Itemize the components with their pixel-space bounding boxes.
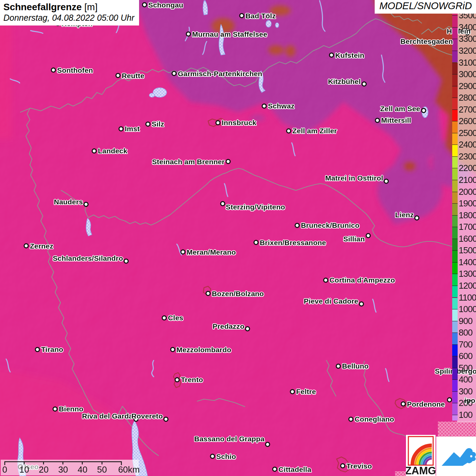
scale-bar: 0102030405060km bbox=[1, 460, 139, 475]
snowgrid-mountain-icon bbox=[436, 437, 476, 476]
model-label: MODEL/SNOWGRiD bbox=[375, 0, 476, 14]
scale-tick-label: 20 bbox=[39, 464, 49, 475]
map-datetime: Donnerstag, 04.08.2022 05:00 Uhr bbox=[3, 13, 134, 23]
scale-tick-label: 10 bbox=[19, 464, 29, 475]
scale-tick-label: 30 bbox=[58, 464, 68, 475]
terrain-hillshade bbox=[0, 0, 476, 476]
scale-tick-label: 50 bbox=[97, 464, 107, 475]
colorbar-label-backdrop bbox=[457, 10, 476, 422]
zamg-rainbow-icon: ZAMG bbox=[406, 435, 436, 476]
scale-tick-label: 60km bbox=[118, 464, 140, 475]
snowgrid-map-canvas: HalleinSpilimbergoipoIseo 35003400330032… bbox=[0, 0, 476, 476]
map-artwork bbox=[0, 0, 476, 476]
map-title-line: Schneefallgrenze [m] bbox=[3, 2, 134, 13]
scale-tick-label: 0 bbox=[2, 464, 7, 475]
map-unit: [m] bbox=[82, 2, 98, 12]
zamg-logo: ZAMG bbox=[406, 435, 436, 476]
title-box: Schneefallgrenze [m] Donnerstag, 04.08.2… bbox=[0, 0, 139, 26]
svg-text:ZAMG: ZAMG bbox=[406, 465, 436, 476]
snowgrid-logo bbox=[436, 437, 476, 476]
scale-tick-label: 40 bbox=[78, 464, 87, 475]
map-title: Schneefallgrenze bbox=[3, 2, 82, 12]
